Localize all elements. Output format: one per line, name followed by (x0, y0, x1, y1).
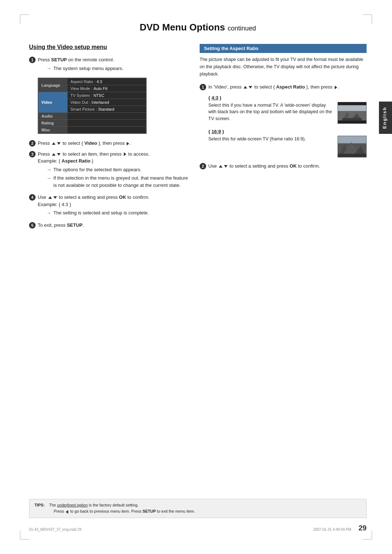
setting-box-header: Setting the Aspect Ratio (200, 44, 367, 53)
step-5: 5 To exit, press SETUP. (29, 222, 189, 229)
setting-box-intro: The picture shape can be adjusted to fit… (200, 56, 367, 78)
page: English DVD Menu Options continued Using… (0, 0, 392, 554)
step-4: 4 Use to select a setting and press OK t… (29, 194, 189, 218)
ratio-169-section: { 16:9 } Select this for wide-screen TV … (208, 129, 367, 157)
step-5-setup-bold: SETUP (67, 222, 82, 228)
step-4-arrow: → The setting is selected and setup is c… (46, 209, 189, 217)
step-5-number: 5 (29, 222, 36, 229)
menu-left-misc: Misc (38, 127, 68, 134)
menu-label-viewmode: View Mode (70, 86, 90, 91)
menu-row-language: Language Aspect Ratio : 4:3 (38, 78, 146, 85)
main-columns: Using the Video setup menu 1 Press SETUP… (29, 44, 367, 232)
page-number: 29 (359, 524, 367, 532)
down-arrow-icon-4 (53, 196, 57, 199)
left-icon-tips (66, 510, 68, 514)
black-bar-top (338, 102, 366, 105)
step-3-number: 3 (29, 151, 36, 157)
up-icon-r2 (219, 165, 222, 168)
menu-label-tvsystem: TV System (70, 93, 90, 98)
step-3-arrow-text-2: If the selection in the menu is greyed o… (53, 175, 189, 189)
corner-mark-tl-v (20, 15, 20, 24)
underline-option: underlined option (57, 503, 87, 507)
tips-line2: Press to go back to previous menu item. … (54, 509, 195, 513)
step-3-content: Press to select an item, then press to a… (38, 151, 189, 190)
aspect-ratio-bold: Aspect Ratio (276, 84, 305, 90)
page-footer: TIPS: The underlined option is the facto… (29, 499, 367, 532)
step-4-arrow-text: The setting is selected and setup is com… (53, 209, 149, 217)
thumb-content-169 (338, 136, 366, 157)
corner-mark-bl-h (20, 539, 29, 539)
ratio-43-section: { 4:3 } Select this if you have a normal… (208, 95, 367, 124)
setting-aspect-ratio-box: Setting the Aspect Ratio The picture sha… (200, 44, 367, 78)
thumb-content-43 (338, 105, 366, 120)
step-2-number: 2 (29, 140, 36, 147)
mountain-svg-43 (338, 110, 366, 120)
english-tab: English (379, 102, 392, 134)
ratio-43-thumb (338, 102, 367, 124)
step-3: 3 Press to select an item, then press to… (29, 151, 189, 190)
menu-table: Language Aspect Ratio : 4:3 View Mode : … (38, 78, 146, 133)
right-arrow-icon-3 (124, 152, 126, 156)
menu-row-rating: Rating (38, 120, 146, 127)
svg-rect-7 (338, 154, 366, 157)
down-arrow-icon-3 (57, 153, 61, 156)
step-4-content: Use to select a setting and press OK to … (38, 194, 189, 218)
step-5-content: To exit, press SETUP. (38, 222, 189, 229)
right-step-2-content: Use to select a setting and press OK to … (208, 163, 367, 170)
left-section-heading: Using the Video setup menu (29, 44, 189, 50)
right-step-1: 1 In 'Video', press to select { Aspect R… (200, 83, 367, 91)
right-step-1-content: In 'Video', press to select { Aspect Rat… (208, 83, 367, 91)
corner-mark-br-h (363, 539, 372, 539)
up-icon-r1 (244, 86, 247, 89)
setup-bold-tips: SETUP (143, 509, 156, 513)
corner-mark-tr-v (372, 15, 372, 24)
step-1-setup-bold: SETUP (51, 57, 67, 62)
file-left: 01-43_MDV437_37_eng.indd 29 (29, 528, 82, 532)
tips-line1: The underlined option is the factory def… (49, 503, 138, 507)
step-1-content: Press SETUP on the remote control. → The… (38, 56, 189, 73)
menu-value-videoout: Interlaced (91, 100, 109, 104)
tips-box: TIPS: The underlined option is the facto… (29, 499, 367, 518)
down-icon-r2 (224, 165, 228, 168)
arrow-icon-4: → (46, 209, 51, 217)
menu-row-video: Video TV System : NTSC (38, 92, 146, 99)
page-title: DVD Menu Options continued (29, 22, 367, 33)
step-1: 1 Press SETUP on the remote control. → T… (29, 56, 189, 73)
menu-row-misc: Misc (38, 127, 146, 134)
right-step-2-number: 2 (200, 163, 206, 169)
up-arrow-icon-4 (48, 196, 52, 199)
step-2: 2 Press to select { Video }, then press … (29, 140, 189, 147)
footer-bottom: 01-43_MDV437_37_eng.indd 29 2007-01-31 4… (29, 524, 367, 532)
ratio-43-text: Select this if you have a normal TV. A '… (208, 102, 333, 122)
step-2-content: Press to select { Video }, then press . (38, 140, 189, 147)
arrow-icon-3b: → (46, 175, 51, 182)
right-column: Setting the Aspect Ratio The picture sha… (200, 44, 367, 173)
step-1-arrow-text: The system setup menu appears. (53, 65, 123, 72)
left-column: Using the Video setup menu 1 Press SETUP… (29, 44, 189, 232)
menu-value-smartpicture: Standard (98, 107, 114, 111)
up-arrow-icon (52, 142, 56, 145)
menu-label-smartpicture: Smart Picture (70, 107, 95, 111)
menu-value-aspect: 4:3 (97, 79, 102, 84)
menu-label-aspect: Aspect Ratio (70, 79, 93, 84)
file-right: 2007-01-31 4:49:49 PM (313, 528, 351, 532)
ok-bold-r2: OK (290, 163, 297, 169)
step-3-arrow-text-1: The options for the selected item appear… (53, 166, 142, 173)
step-1-arrow: → The system setup menu appears. (46, 65, 189, 72)
right-icon-r1 (335, 86, 337, 89)
arrow-icon-3a: → (46, 166, 51, 173)
ratio-169-thumb (338, 136, 367, 157)
down-icon-r1 (249, 86, 252, 89)
menu-left-audio: Audio (38, 113, 68, 120)
tips-label: TIPS: (34, 503, 45, 507)
ratio-169-label: { 16:9 } (208, 129, 367, 134)
file-info: 01-43_MDV437_37_eng.indd 29 2007-01-31 4… (29, 528, 351, 532)
step-4-ok-bold: OK (119, 194, 126, 200)
menu-left-video: Video (38, 92, 68, 113)
step-2-video-bold: Video (84, 140, 97, 146)
menu-left-language: Language (38, 78, 68, 92)
menu-left-rating: Rating (38, 120, 68, 127)
right-step-1-number: 1 (200, 84, 206, 90)
ratio-169-text: Select this for wide-screen TV (frame ra… (208, 136, 333, 143)
step-3-example-bold: Aspect Ratio (62, 158, 90, 164)
